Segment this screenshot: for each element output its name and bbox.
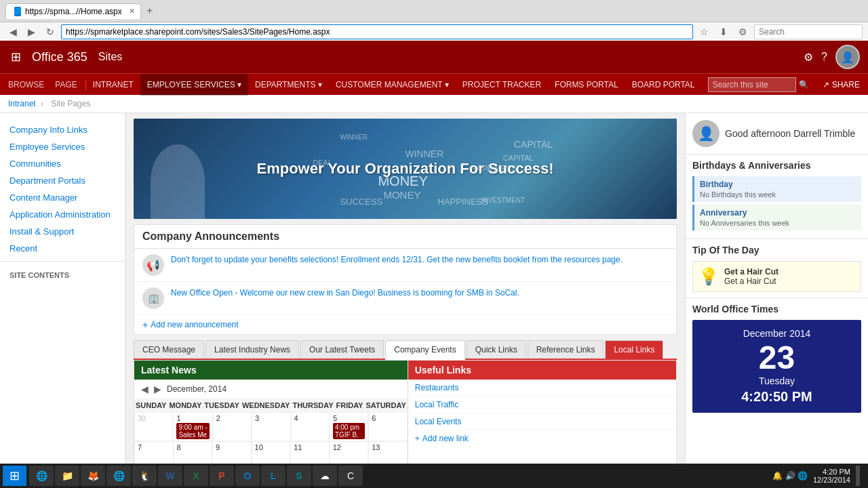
word-icon: W: [163, 469, 177, 483]
cal-event-sales[interactable]: 9:00 am -Sales Me: [176, 423, 209, 439]
start-button[interactable]: ⊞: [3, 466, 26, 486]
calendar-prev[interactable]: ◀: [141, 384, 149, 394]
nav-customer-management[interactable]: CUSTOMER MANAGEMENT ▾: [329, 74, 456, 96]
taskbar-excel[interactable]: X: [184, 466, 208, 486]
taskbar-outlook[interactable]: O: [235, 466, 260, 486]
taskbar-app2[interactable]: C: [338, 466, 363, 486]
tab-favicon: 🌐: [14, 7, 21, 16]
sidebar-item-department-portals[interactable]: Department Portals: [0, 172, 125, 189]
useful-link-restaurants[interactable]: Restaurants: [408, 380, 676, 396]
taskbar-app1[interactable]: 🐧: [132, 466, 157, 486]
cal-cell-10[interactable]: 10: [252, 441, 291, 466]
ie-icon: 🌐: [35, 469, 48, 483]
right-panel: 👤 Good afternoon Darrell Trimble Birthda…: [685, 113, 868, 488]
cal-event-tgif[interactable]: 4:00 pmTGIF B.: [333, 423, 365, 439]
taskbar-word[interactable]: W: [158, 466, 182, 486]
cal-cell-5[interactable]: 54:00 pmTGIF B.: [330, 412, 368, 441]
nav-employee-services[interactable]: EMPLOYEE SERVICES ▾: [140, 74, 248, 96]
address-input[interactable]: [61, 24, 693, 39]
browse-button[interactable]: BROWSE: [8, 80, 44, 89]
sidebar-item-content-manager[interactable]: Content Manager: [0, 189, 125, 206]
lightbulb-icon: 💡: [698, 267, 719, 286]
add-announcement-button[interactable]: + Add new announcement: [134, 315, 676, 334]
star-button[interactable]: ☆: [696, 25, 713, 39]
nav-departments[interactable]: DEPARTMENTS ▾: [248, 74, 329, 96]
announcement-text-2[interactable]: New Office Open - Welcome our new crew i…: [171, 287, 519, 299]
tab-close-button[interactable]: ✕: [129, 7, 135, 16]
settings-button[interactable]: ⚙: [734, 25, 751, 39]
waffle-menu-button[interactable]: ⊞: [8, 47, 24, 67]
main-layout: Company Info Links Employee Services Com…: [0, 113, 868, 488]
cal-cell-2[interactable]: 2: [213, 412, 252, 441]
announcement-text-1[interactable]: Don't forget to update your benefits sel…: [171, 254, 623, 266]
nav-forms-portal[interactable]: FORMS PORTAL: [548, 74, 625, 96]
breadcrumb-intranet[interactable]: Intranet: [8, 99, 36, 108]
sidebar-item-company-info[interactable]: Company Info Links: [0, 121, 125, 138]
tab-local-links[interactable]: Local Links: [605, 340, 663, 359]
share-button[interactable]: ↗ SHARE: [814, 80, 860, 89]
browser-tab[interactable]: 🌐 https://spma...//Home.aspx ✕: [5, 3, 141, 19]
useful-link-events[interactable]: Local Events: [408, 413, 676, 430]
taskbar-firefox[interactable]: 🦊: [81, 466, 105, 486]
cal-cell-6[interactable]: 6: [368, 412, 407, 441]
cal-cell-3[interactable]: 3: [252, 412, 290, 441]
useful-links-header: Useful Links: [408, 361, 676, 380]
user-avatar[interactable]: 👤: [835, 45, 860, 69]
calendar-next[interactable]: ▶: [154, 384, 161, 394]
taskbar-lync[interactable]: L: [261, 466, 285, 486]
taskbar-cloud[interactable]: ☁: [313, 466, 337, 486]
add-link-button[interactable]: + Add new link: [408, 430, 676, 447]
tab-industry-news[interactable]: Latest Industry News: [205, 340, 299, 359]
tab-company-events[interactable]: Company Events: [385, 340, 465, 360]
taskbar-sharepoint[interactable]: S: [287, 466, 311, 486]
sidebar-item-install-support[interactable]: Install & Support: [0, 223, 125, 240]
nav-intranet[interactable]: INTRANET: [86, 74, 140, 96]
useful-link-traffic[interactable]: Local Traffic: [408, 396, 676, 413]
sidebar-item-employee-services[interactable]: Employee Services: [0, 138, 125, 155]
browser-address-bar: ◀ ▶ ↻ ☆ ⬇ ⚙: [0, 22, 868, 41]
taskbar-ie[interactable]: 🌐: [29, 466, 54, 486]
birthday-card: Birthday No Birthdays this week: [692, 176, 861, 202]
tab-reference-links[interactable]: Reference Links: [528, 340, 604, 359]
anniversary-card: Anniversary No Anniversaries this week: [692, 205, 861, 230]
refresh-button[interactable]: ↻: [42, 25, 58, 39]
page-button[interactable]: PAGE: [55, 80, 77, 89]
sidebar-item-communities[interactable]: Communities: [0, 155, 125, 172]
cal-cell-13[interactable]: 13: [368, 441, 408, 466]
help-icon[interactable]: ?: [821, 51, 827, 63]
browser-search-input[interactable]: [754, 24, 863, 39]
settings-icon[interactable]: ⚙: [804, 51, 813, 64]
cal-cell-8[interactable]: 8: [174, 441, 213, 466]
site-search-icon[interactable]: 🔍: [799, 80, 809, 89]
tab-tweets[interactable]: Our Latest Tweets: [300, 340, 384, 359]
taskbar-powerpoint[interactable]: P: [210, 466, 234, 486]
sp-sites-label[interactable]: Sites: [98, 51, 123, 63]
sp-topbar-actions: ⚙ ? 👤: [804, 45, 860, 69]
download-button[interactable]: ⬇: [715, 25, 732, 39]
taskbar-explorer[interactable]: 📁: [55, 466, 79, 486]
cal-cell-11[interactable]: 11: [290, 441, 330, 466]
greeting-avatar: 👤: [692, 120, 719, 147]
site-search-input[interactable]: [708, 77, 796, 92]
breadcrumb-separator: ›: [41, 99, 43, 108]
cal-cell-30-nov[interactable]: 30: [134, 412, 173, 441]
cal-cell-9[interactable]: 9: [212, 441, 252, 466]
show-desktop-button[interactable]: [856, 466, 860, 486]
nav-board-portal[interactable]: BOARD PORTAL: [625, 74, 702, 96]
taskbar-chrome[interactable]: 🌐: [106, 466, 131, 486]
cal-cell-1[interactable]: 19:00 am -Sales Me: [173, 412, 212, 441]
back-button[interactable]: ◀: [5, 25, 21, 39]
sidebar-item-recent[interactable]: Recent: [0, 240, 125, 257]
forward-button[interactable]: ▶: [24, 25, 39, 39]
cal-cell-7[interactable]: 7: [134, 441, 174, 466]
sp-topbar: ⊞ Office 365 Sites ⚙ ? 👤: [0, 41, 868, 73]
tab-quick-links[interactable]: Quick Links: [467, 340, 526, 359]
sidebar-item-application-admin[interactable]: Application Administration: [0, 206, 125, 223]
new-tab-button[interactable]: +: [141, 2, 158, 20]
cal-cell-4[interactable]: 4: [291, 412, 330, 441]
tab-ceo-message[interactable]: CEO Message: [134, 340, 204, 359]
announcement-item-2: 🏢 New Office Open - Welcome our new crew…: [134, 282, 676, 315]
app1-icon: 🐧: [138, 469, 151, 483]
nav-project-tracker[interactable]: PROJECT TRACKER: [456, 74, 548, 96]
cal-cell-12[interactable]: 12: [330, 441, 369, 466]
